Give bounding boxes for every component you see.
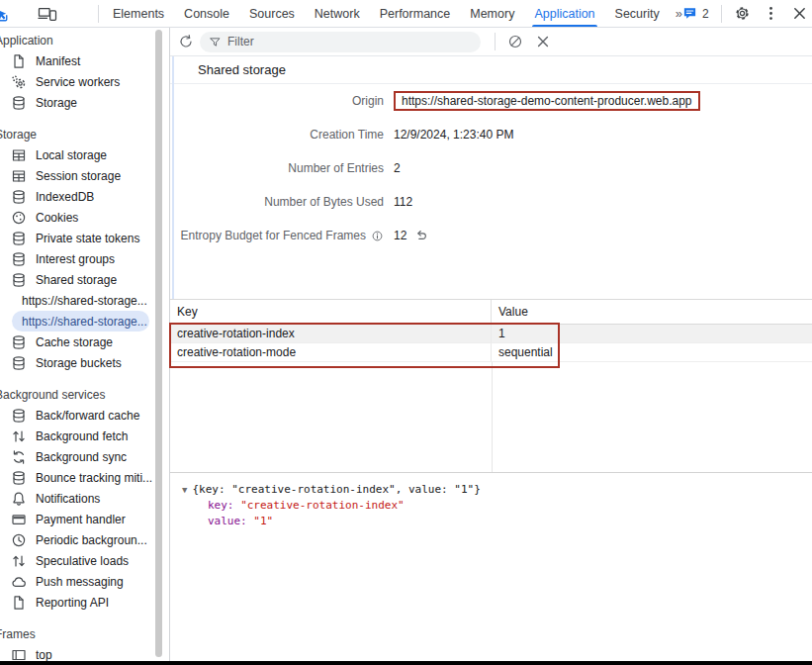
- tab-security[interactable]: Security: [605, 0, 670, 27]
- field-row-origin: Originhttps://shared-storage-demo-conten…: [170, 84, 812, 118]
- field-row-number-of-bytes-used: Number of Bytes Used112: [170, 185, 812, 219]
- sidebar-item-label: Storage: [36, 96, 77, 110]
- close-devtools-icon[interactable]: [791, 5, 808, 22]
- table-column-divider[interactable]: [492, 362, 493, 472]
- kebab-menu-icon[interactable]: [763, 5, 779, 22]
- sidebar-item-manifest[interactable]: Manifest: [0, 50, 154, 71]
- sidebar-item-cookies[interactable]: Cookies: [0, 207, 154, 228]
- database-icon: [11, 470, 27, 486]
- sidebar-item-speculative-loads[interactable]: Speculative loads: [0, 550, 154, 571]
- database-icon: [11, 334, 27, 350]
- sidebar-item-https-shared-storage[interactable]: https://shared-storage...: [12, 311, 149, 332]
- sidebar-item-interest-groups[interactable]: Interest groups: [0, 248, 154, 269]
- field-label: Entropy Budget for Fenced Frames: [170, 229, 384, 242]
- tab-label: Network: [315, 7, 360, 21]
- filter-input[interactable]: Filter: [200, 32, 481, 52]
- divider: [98, 5, 99, 23]
- page-title: Shared storage: [198, 62, 286, 77]
- sidebar-item-notifications[interactable]: Notifications: [0, 488, 154, 509]
- tab-memory[interactable]: Memory: [460, 0, 524, 27]
- triangle-expander-icon[interactable]: ▼: [182, 482, 187, 498]
- sidebar-item-storage-buckets[interactable]: Storage buckets: [0, 352, 154, 373]
- sidebar-item-private-state-tokens[interactable]: Private state tokens: [0, 228, 154, 248]
- tab-sources[interactable]: Sources: [239, 0, 305, 27]
- sidebar-item-label: top: [36, 648, 52, 662]
- field-value: 12/9/2024, 1:23:40 PM: [394, 128, 513, 142]
- devtools-window: ElementsConsoleSourcesNetworkPerformance…: [0, 0, 812, 665]
- more-tabs-button[interactable]: »: [676, 6, 682, 21]
- sidebar-section-storage: StorageLocal storageSession storageIndex…: [0, 124, 154, 373]
- tab-network[interactable]: Network: [305, 0, 370, 27]
- settings-gear-icon[interactable]: [734, 5, 751, 22]
- sidebar-item-back-forward-cache[interactable]: Back/forward cache: [0, 405, 154, 426]
- tab-label: Elements: [113, 7, 164, 21]
- field-label: Origin: [170, 94, 384, 108]
- tab-application[interactable]: Application: [524, 0, 604, 27]
- sidebar-item-periodic-backgroun[interactable]: Periodic backgroun...: [0, 529, 154, 550]
- tab-label: Performance: [380, 7, 451, 21]
- sidebar-section-title: Application: [0, 30, 154, 50]
- sidebar-scrollbar[interactable]: [155, 30, 162, 657]
- sidebar-item-shared-storage[interactable]: Shared storage: [0, 269, 154, 290]
- sidebar-section-application: ApplicationManifestService workersStorag…: [0, 30, 154, 113]
- table-header-row[interactable]: Key Value: [170, 299, 812, 325]
- inspect-element-icon[interactable]: [0, 5, 9, 23]
- device-toolbar-icon[interactable]: [38, 5, 57, 22]
- sidebar-item-background-fetch[interactable]: Background fetch: [0, 426, 154, 446]
- sidebar-item-storage[interactable]: Storage: [0, 92, 154, 113]
- sidebar-item-label: Background sync: [36, 450, 127, 464]
- info-icon[interactable]: [371, 230, 384, 242]
- sidebar-item-push-messaging[interactable]: Push messaging: [0, 571, 154, 592]
- tab-console[interactable]: Console: [174, 0, 239, 27]
- database-icon: [11, 95, 27, 111]
- sidebar-section-background-services: Background servicesBack/forward cacheBac…: [0, 384, 154, 613]
- sidebar-item-local-storage[interactable]: Local storage: [0, 144, 154, 165]
- field-value: https://shared-storage-demo-content-prod…: [394, 91, 700, 111]
- clear-icon[interactable]: [535, 34, 551, 49]
- field-label: Number of Entries: [170, 161, 384, 175]
- sidebar-item-reporting-api[interactable]: Reporting API: [0, 592, 154, 613]
- tab-elements[interactable]: Elements: [103, 0, 174, 27]
- tab-performance[interactable]: Performance: [370, 0, 461, 27]
- arrows-updown-icon: [11, 428, 27, 444]
- sidebar-item-https-shared-storage[interactable]: https://shared-storage...: [12, 290, 149, 311]
- reset-budget-icon[interactable]: [414, 229, 428, 242]
- database-icon: [11, 251, 27, 267]
- tab-label: Sources: [249, 7, 295, 21]
- sidebar-item-bounce-tracking-miti[interactable]: Bounce tracking miti...: [0, 467, 154, 488]
- block-icon[interactable]: [507, 34, 523, 49]
- clock-icon: [11, 532, 27, 548]
- sidebar-item-label: Reporting API: [36, 596, 109, 610]
- entry-preview-pane: ▼ {key: "creative-rotation-index", value…: [170, 472, 812, 661]
- sidebar-item-session-storage[interactable]: Session storage: [0, 165, 154, 186]
- field-value-text: 112: [394, 195, 412, 209]
- preview-object-summary[interactable]: ▼ {key: "creative-rotation-index", value…: [182, 482, 812, 498]
- sidebar-item-label: IndexedDB: [36, 190, 94, 204]
- table-icon: [11, 168, 27, 184]
- sidebar-item-label: Interest groups: [36, 252, 115, 266]
- property-name: key:: [208, 499, 240, 512]
- field-value-text: https://shared-storage-demo-content-prod…: [402, 94, 692, 108]
- sidebar-item-background-sync[interactable]: Background sync: [0, 446, 154, 467]
- sync-icon: [11, 449, 27, 465]
- sidebar-item-cache-storage[interactable]: Cache storage: [0, 332, 154, 352]
- sidebar-item-label: Background fetch: [36, 429, 128, 443]
- sidebar-item-label: Back/forward cache: [36, 409, 139, 423]
- tabbar-left-icons: [0, 0, 103, 27]
- table-row[interactable]: creative-rotation-index1: [170, 325, 812, 343]
- screen-bottom-edge: [0, 661, 812, 665]
- sidebar-item-payment-handler[interactable]: Payment handler: [0, 509, 154, 529]
- sidebar-item-label: https://shared-storage...: [22, 315, 147, 329]
- cell-key: creative-rotation-index: [170, 325, 492, 342]
- issues-counter[interactable]: 2: [682, 6, 709, 21]
- service-worker-icon: [11, 74, 27, 90]
- column-header-key[interactable]: Key: [170, 300, 492, 324]
- sidebar-item-indexeddb[interactable]: IndexedDB: [0, 186, 154, 207]
- field-value: 12: [394, 229, 428, 242]
- table-row[interactable]: creative-rotation-modesequential: [170, 343, 812, 362]
- sidebar-item-label: Cookies: [36, 211, 78, 225]
- column-header-value[interactable]: Value: [492, 300, 812, 324]
- sidebar-item-service-workers[interactable]: Service workers: [0, 71, 154, 92]
- refresh-icon[interactable]: [178, 34, 194, 49]
- database-icon: [11, 231, 27, 246]
